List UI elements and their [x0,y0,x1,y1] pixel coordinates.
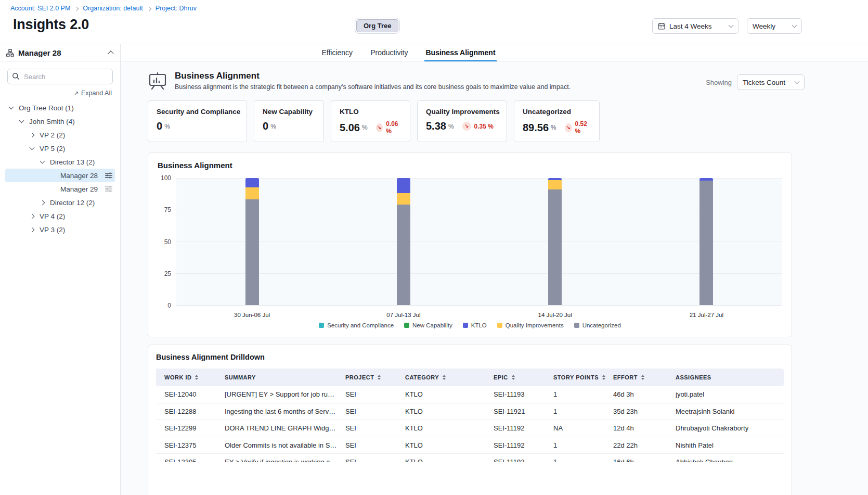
top-header: Account: SEI 2.0 PM Organization: defaul… [0,0,868,44]
table-row[interactable]: SEI-12288 Ingesting the last 6 months of… [156,403,784,421]
tree-item-vp-5[interactable]: VP 5 (2) [5,142,115,155]
kpi-value: 5.38 [426,120,446,132]
sort-icon[interactable] [443,375,446,380]
chevron-right-icon [147,6,151,10]
legend-item-quality-improvements[interactable]: Quality Improvements [497,322,564,328]
showing-select[interactable]: Tickets Count [737,74,805,90]
org-chart-icon [6,49,14,57]
chevron-down-icon[interactable] [30,145,35,150]
chart-title: Business Alignment [158,161,782,170]
breadcrumb-organization-link[interactable]: Organization: default [83,5,142,12]
y-tick-label: 75 [164,206,171,213]
cell-story-points: 1 [545,441,605,449]
tree-item-vp-3[interactable]: VP 3 (2) [5,223,115,236]
breadcrumb-project-link[interactable]: Project: Dhruv [156,5,197,12]
cell-category: KTLO [397,441,485,449]
chevron-down-icon[interactable] [19,118,24,123]
expand-all-button[interactable]: ↗ Expand All [8,90,112,97]
kpi-value: 5.06 [340,122,360,134]
legend-item-uncategorized[interactable]: Uncategorized [574,322,621,328]
x-tick-label: 30 Jun-06 Jul [234,312,270,318]
sort-icon[interactable] [195,375,198,380]
sidebar-title: Manager 28 [18,48,61,57]
cell-project: SEI [337,458,397,462]
kpi-card-new-capability: New Capability 0 % [254,100,324,142]
table-row[interactable]: SEI-12305 EY > Verify if ingestion is wo… [156,454,784,462]
cell-summary: DORA TREND LINE GRAPH Widgets is n... [216,424,337,432]
tree-item-manager-29[interactable]: Manager 29 [5,182,115,196]
chevron-right-icon[interactable] [30,227,35,232]
column-header-epic[interactable]: EPIC [485,374,545,380]
sort-icon[interactable] [641,375,644,380]
granularity-select[interactable]: Weekly [747,18,802,34]
tree-item-director-12[interactable]: Director 12 (2) [5,196,115,209]
bar-stack-week-4[interactable] [699,178,713,305]
chevron-right-icon[interactable] [40,200,45,205]
search-input[interactable] [7,69,113,84]
bar-stack-week-2[interactable] [397,178,410,305]
collapse-chevron-up-icon[interactable] [108,50,113,56]
column-header-effort[interactable]: EFFORT [605,374,667,380]
showing-label: Showing [706,79,732,86]
kpi-value: 0 [157,120,162,132]
tree-item-director-13[interactable]: Director 13 (2) [5,155,115,169]
x-tick-label: 14 Jul-20 Jul [538,312,572,318]
tab-productivity[interactable]: Productivity [369,44,409,61]
chevron-down-icon[interactable] [9,105,14,110]
cell-effort: 22d 22h [605,441,667,449]
cell-epic: SEI-11193 [485,390,545,398]
legend-item-security-and-compliance[interactable]: Security and Compliance [319,322,394,328]
tree-item-manager-28[interactable]: Manager 28 [5,169,115,182]
cell-epic: SEI-11192 [485,458,545,462]
kpi-card-ktlo: KTLO 5.06 % ↘ 0.06 % [331,100,410,142]
cell-assignees: Abhishek Chauhan [667,458,784,462]
legend-swatch [463,323,468,328]
sort-icon[interactable] [512,375,515,380]
tree-item-vp-2[interactable]: VP 2 (2) [5,128,115,142]
x-tick-label: 07 Jul-13 Jul [386,312,420,318]
breadcrumb: Account: SEI 2.0 PM Organization: defaul… [10,5,868,12]
chevron-right-icon[interactable] [30,132,35,137]
table-header-row: WORK ID SUMMARY PROJECT CATEGORY [156,369,784,386]
legend-item-ktlo[interactable]: KTLO [463,322,487,328]
kpi-delta-value: 0.52 % [575,120,591,135]
table-row[interactable]: SEI-12375 Older Commits is not available… [156,437,784,454]
breadcrumb-account-link[interactable]: Account: SEI 2.0 PM [10,5,70,12]
cell-summary: [URGENT] EY > Support for job run par... [216,390,337,398]
expand-icon: ↗ [74,90,79,97]
chevron-down-icon [729,23,734,28]
tab-business-alignment[interactable]: Business Alignment [424,44,496,61]
table-row[interactable]: SEI-12299 DORA TREND LINE GRAPH Widgets … [156,420,784,437]
legend-item-new-capability[interactable]: New Capability [404,322,452,328]
filter-sliders-icon[interactable] [105,186,112,192]
column-header-story-points[interactable]: STORY POINTS [545,374,605,380]
date-range-select[interactable]: Last 4 Weeks [652,18,739,34]
column-header-work-id[interactable]: WORK ID [156,374,216,380]
chart-legend: Security and Compliance New Capability K… [158,322,782,328]
cell-work-id: SEI-12375 [156,441,216,449]
kpi-card-uncategorized: Uncategorized 89.56 % ↘ 0.52 % [514,100,600,142]
cell-effort: 46d 3h [605,390,667,398]
tab-efficiency[interactable]: Efficiency [320,44,354,61]
cell-assignees: Nishith Patel [667,441,784,449]
chevron-down-icon[interactable] [40,159,45,164]
legend-swatch [497,323,502,328]
filter-sliders-icon[interactable] [105,172,112,179]
tree-item-label: John Smith (4) [29,118,75,125]
column-header-category[interactable]: CATEGORY [397,374,485,380]
tree-item-org-tree-root[interactable]: Org Tree Root (1) [5,101,115,115]
chevron-right-icon[interactable] [30,213,35,219]
caret-placeholder [51,174,55,177]
bar-stack-week-1[interactable] [245,178,259,305]
tree-item-label: Manager 28 [60,172,98,180]
bar-stack-week-3[interactable] [548,178,562,305]
kpi-title: New Capability [263,108,315,116]
column-header-project[interactable]: PROJECT [337,374,397,380]
sort-icon[interactable] [378,375,381,380]
tree-item-john-smith[interactable]: John Smith (4) [5,115,115,128]
table-row[interactable]: SEI-12040 [URGENT] EY > Support for job … [156,386,784,403]
tree-item-vp-4[interactable]: VP 4 (2) [5,209,115,223]
cell-assignees: Meetrajsinh Solanki [667,408,784,415]
org-tree-button[interactable]: Org Tree [355,18,400,34]
section-description: Business alignment is the strategic fit … [175,83,571,91]
